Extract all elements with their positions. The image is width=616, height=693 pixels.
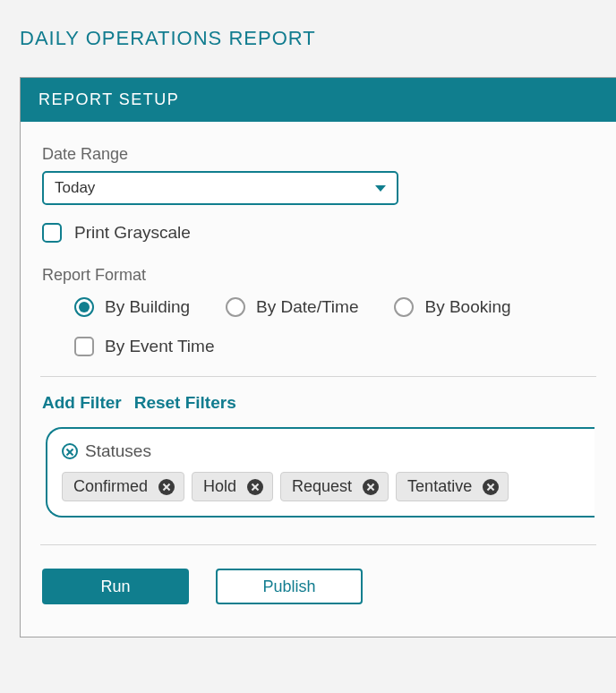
publish-button[interactable]: Publish <box>216 569 363 604</box>
print-grayscale-label: Print Grayscale <box>74 223 191 243</box>
chip-label: Confirmed <box>73 477 148 496</box>
reset-filters-link[interactable]: Reset Filters <box>134 393 236 413</box>
report-setup-panel: REPORT SETUP Date Range Today Print Gray… <box>20 77 616 637</box>
radio-icon <box>394 297 414 317</box>
divider <box>40 544 596 545</box>
radio-label: By Event Time <box>105 337 215 356</box>
active-filter-box: Statuses Confirmed Hold Request <box>46 427 595 518</box>
run-button[interactable]: Run <box>42 569 189 604</box>
radio-icon <box>74 297 94 317</box>
radio-icon <box>74 337 94 356</box>
chip-label: Tentative <box>407 477 472 496</box>
radio-label: By Building <box>105 297 190 317</box>
divider <box>40 376 596 377</box>
panel-header: REPORT SETUP <box>21 78 616 122</box>
chevron-down-icon <box>375 185 386 192</box>
chip-confirmed: Confirmed <box>62 472 184 501</box>
page-title: DAILY OPERATIONS REPORT <box>20 27 616 50</box>
radio-label: By Date/Time <box>256 297 358 317</box>
report-format-label: Report Format <box>42 266 595 285</box>
print-grayscale-checkbox[interactable] <box>42 223 62 243</box>
date-range-label: Date Range <box>42 145 595 164</box>
panel-body: Date Range Today Print Grayscale Report … <box>21 122 616 637</box>
radio-icon <box>226 297 245 317</box>
date-range-select[interactable]: Today <box>42 171 398 205</box>
radio-by-event-time[interactable]: By Event Time <box>74 337 215 356</box>
clear-filter-icon[interactable] <box>62 443 78 459</box>
radio-by-booking[interactable]: By Booking <box>394 297 510 317</box>
radio-label: By Booking <box>424 297 510 317</box>
close-icon[interactable] <box>483 479 499 495</box>
close-icon[interactable] <box>363 479 379 495</box>
chip-tentative: Tentative <box>396 472 509 501</box>
radio-by-date-time[interactable]: By Date/Time <box>226 297 358 317</box>
close-icon[interactable] <box>247 479 263 495</box>
filter-name: Statuses <box>85 441 151 461</box>
chip-label: Request <box>292 477 352 496</box>
date-range-value: Today <box>55 179 95 197</box>
close-icon[interactable] <box>158 479 175 495</box>
radio-by-building[interactable]: By Building <box>74 297 190 317</box>
add-filter-link[interactable]: Add Filter <box>42 393 122 413</box>
chip-hold: Hold <box>192 472 273 501</box>
chip-request: Request <box>280 472 389 501</box>
chip-label: Hold <box>203 477 236 496</box>
